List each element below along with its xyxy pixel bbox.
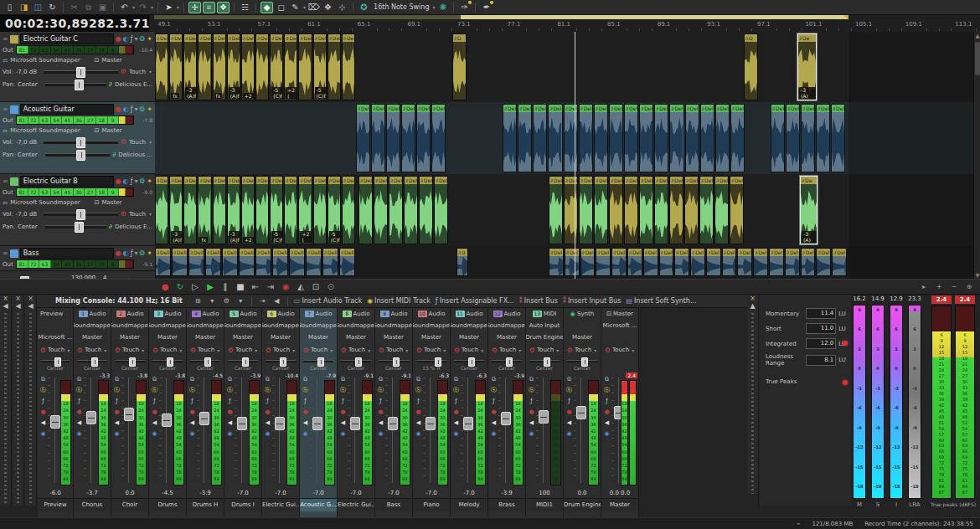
loop-set-button[interactable]: ⊙ [323, 280, 338, 293]
clip-header[interactable]: ∂Del [387, 105, 400, 112]
audio-clip[interactable]: ∂Delici-5 (C)fx [328, 176, 341, 244]
solo-icon[interactable]: Ⓢ [189, 387, 195, 393]
solo-icon[interactable]: Ⓢ [529, 387, 534, 393]
clip-header[interactable]: ∂Del [581, 249, 595, 256]
audio-clip[interactable]: ∂Del [685, 104, 699, 172]
clip-header[interactable]: ∂Delici [184, 177, 196, 184]
phase-icon[interactable]: ◉ [529, 430, 534, 437]
mixer-strip-midi1[interactable]: 13MIDIAuto InputDrum Engine⚙Touch▾Center… [526, 308, 564, 517]
audio-clip[interactable]: ∂Del [609, 176, 623, 244]
mute-icon[interactable]: ◀ [492, 419, 496, 426]
record-alt-button[interactable]: ◉ [278, 280, 293, 293]
audio-clip[interactable]: ∂Delici-5 (C)fx [313, 33, 327, 100]
mute-icon[interactable]: ◐ [123, 177, 129, 185]
clip-header[interactable]: ∂Del [738, 249, 751, 256]
mute-icon[interactable]: ◐ [123, 35, 129, 43]
audio-clip[interactable]: ∂Del [389, 176, 403, 244]
channel-fader[interactable] [50, 377, 59, 483]
channel-fader[interactable] [86, 377, 95, 483]
clip-header[interactable]: ∂Del [389, 177, 402, 184]
audio-clip[interactable]: ∂Del [659, 248, 674, 276]
redo-icon[interactable]: ↷ [137, 2, 149, 13]
arm-icon[interactable]: ● [227, 408, 232, 415]
solo-icon[interactable]: Ⓢ [378, 387, 384, 393]
strip-volume-value[interactable]: -7.0 [375, 488, 412, 498]
channel-fader[interactable] [463, 377, 472, 483]
audio-clip[interactable]: ∂Del [643, 248, 658, 276]
view-caret[interactable]: ▾ [206, 295, 219, 307]
pan-slider[interactable] [228, 360, 258, 362]
swing-preset-caret[interactable]: ▾ [432, 4, 435, 10]
solo-icon[interactable]: Ⓢ [227, 387, 233, 393]
clip-header[interactable]: ∂Delici [199, 177, 210, 184]
audio-clip[interactable]: ∂Delic [322, 248, 338, 276]
audio-clip[interactable]: ∂Del [419, 176, 433, 244]
clip-header[interactable]: ∂Del [701, 105, 714, 112]
arm-icon[interactable]: ● [152, 408, 157, 415]
phase-icon[interactable]: ✦ [147, 177, 152, 185]
fader-handle[interactable] [426, 417, 436, 430]
io-icon[interactable]: ❂ [140, 177, 146, 185]
fx-icon[interactable]: ƒ [304, 398, 306, 404]
strip-automation-row[interactable]: ⚙Touch▾ [187, 343, 224, 357]
strip-automation-row[interactable]: ⚙Touch▾ [526, 343, 563, 357]
channel-fader[interactable] [312, 377, 321, 483]
collapsed-pane-3[interactable]: ×◀ [25, 295, 37, 506]
fx-plugin-icon[interactable]: ∂ [109, 80, 112, 88]
strip-automation-row[interactable]: ⚙Touch▾ [488, 343, 525, 357]
strip-pan-row[interactable] [38, 357, 73, 365]
strip-name-label[interactable]: Acoustic G... [300, 498, 337, 511]
pane-grip[interactable] [17, 313, 19, 506]
automation-caret[interactable]: ▾ [149, 211, 152, 217]
track-name-input[interactable]: Electric Guitar B [20, 176, 114, 187]
fx-plugin-label[interactable]: Delicious E... [115, 223, 152, 230]
audio-clip[interactable]: ∂Delici [255, 33, 269, 100]
audio-clip[interactable]: ∂Del [594, 176, 608, 244]
strip-automation-row[interactable]: ⚙Touch▾ [224, 343, 261, 357]
strip-name-label[interactable]: Chorus [74, 498, 111, 511]
clip-header[interactable]: ∂Delici [256, 34, 268, 42]
audio-clip[interactable]: ∂Del [674, 248, 689, 276]
audio-clip[interactable]: ∂D [744, 33, 758, 100]
pan-handle[interactable] [167, 357, 173, 367]
clip-header[interactable]: ∂Del [832, 105, 844, 112]
arm-icon[interactable]: ● [189, 408, 194, 415]
audio-clip[interactable]: ∂Delic [172, 248, 188, 276]
clip-gain-badge[interactable]: +2 ( [286, 87, 297, 99]
clip-header[interactable]: ∂Del [534, 105, 546, 112]
audio-clip[interactable]: ∂Delici [342, 33, 355, 100]
strip-automation-row[interactable]: ⚙Touch▾ [338, 343, 374, 357]
collapse-icon[interactable]: ▲ [750, 302, 755, 310]
pencil-tool-icon-caret[interactable]: ▾ [303, 4, 306, 10]
strip-volume-value[interactable]: 100 [526, 488, 563, 498]
audio-clip[interactable]: ∂Del [611, 248, 627, 276]
fader-handle[interactable] [539, 410, 549, 424]
clip-header[interactable]: ∂Del [707, 249, 720, 256]
fx-icon[interactable]: ƒ [342, 398, 343, 404]
snap-hand2-icon[interactable]: ✒ [480, 2, 493, 13]
phase-icon[interactable]: ◉ [265, 430, 270, 437]
audio-clip[interactable]: ∂Del [596, 248, 611, 276]
audio-clip[interactable]: ∂Delici+2 ( [284, 33, 297, 100]
strip-automation-row[interactable]: ⚙Touch▾ [375, 343, 412, 357]
strip-name-label[interactable]: Drums I [224, 498, 261, 511]
audio-clip[interactable]: ∂Delicifx [198, 176, 211, 244]
audio-clip[interactable]: ∂Del [816, 104, 830, 172]
fx-plugin-label[interactable]: Delicious ... [118, 152, 152, 158]
arm-icon[interactable]: ● [604, 408, 609, 415]
fader-handle[interactable] [237, 417, 247, 430]
interleave-icon[interactable]: ⧉ [77, 376, 81, 383]
strip-output-row[interactable]: Master [413, 331, 450, 343]
solo-icon[interactable]: Ⓢ [566, 387, 572, 393]
clip-header[interactable]: ∂Del [405, 177, 417, 184]
audio-clip[interactable]: ∂Delicifx [169, 33, 183, 100]
strip-pan-row[interactable] [187, 357, 224, 365]
audio-clip[interactable]: ∂Del [624, 176, 638, 244]
record-arm-icon[interactable]: ● [116, 249, 121, 257]
audio-clip[interactable]: ∂Del [699, 176, 714, 244]
fx-plugin-icon[interactable]: ∂ [112, 151, 116, 158]
audio-clip[interactable]: ∂Del [416, 104, 431, 172]
automation-caret[interactable]: ▾ [149, 139, 152, 145]
audio-clip[interactable]: ∂Del [548, 104, 562, 172]
pan-slider[interactable] [492, 360, 522, 362]
